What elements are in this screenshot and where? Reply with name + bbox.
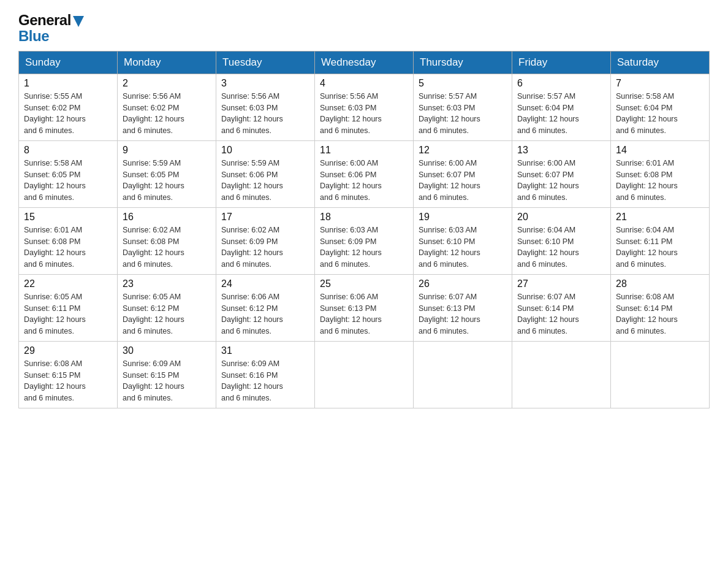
calendar-week-4: 22 Sunrise: 6:05 AM Sunset: 6:11 PM Dayl…: [19, 274, 710, 341]
day-header-sunday: Sunday: [19, 51, 118, 74]
calendar-week-3: 15 Sunrise: 6:01 AM Sunset: 6:08 PM Dayl…: [19, 207, 710, 274]
day-info: Sunrise: 5:57 AM Sunset: 6:03 PM Dayligh…: [419, 91, 507, 137]
day-number: 20: [517, 212, 605, 223]
calendar-week-2: 8 Sunrise: 5:58 AM Sunset: 6:05 PM Dayli…: [19, 140, 710, 207]
day-number: 10: [221, 145, 309, 156]
day-number: 6: [517, 78, 605, 89]
day-number: 7: [616, 78, 704, 89]
day-info: Sunrise: 5:56 AM Sunset: 6:03 PM Dayligh…: [221, 91, 309, 137]
day-number: 14: [616, 145, 704, 156]
day-info: Sunrise: 6:03 AM Sunset: 6:09 PM Dayligh…: [320, 224, 408, 270]
logo: General Blue: [18, 12, 84, 45]
calendar-cell: 28 Sunrise: 6:08 AM Sunset: 6:14 PM Dayl…: [611, 274, 710, 341]
day-number: 1: [24, 78, 112, 89]
calendar-cell: [315, 341, 414, 408]
day-info: Sunrise: 6:03 AM Sunset: 6:10 PM Dayligh…: [419, 224, 507, 270]
day-number: 24: [221, 278, 309, 289]
day-number: 17: [221, 212, 309, 223]
calendar-week-1: 1 Sunrise: 5:55 AM Sunset: 6:02 PM Dayli…: [19, 74, 710, 140]
day-info: Sunrise: 5:58 AM Sunset: 6:04 PM Dayligh…: [616, 91, 704, 137]
logo-general: General: [18, 12, 84, 28]
day-number: 9: [123, 145, 211, 156]
day-header-tuesday: Tuesday: [216, 51, 315, 74]
calendar-cell: 10 Sunrise: 5:59 AM Sunset: 6:06 PM Dayl…: [216, 140, 315, 207]
calendar-cell: [611, 341, 710, 408]
calendar-cell: 1 Sunrise: 5:55 AM Sunset: 6:02 PM Dayli…: [19, 74, 118, 140]
calendar-cell: 22 Sunrise: 6:05 AM Sunset: 6:11 PM Dayl…: [19, 274, 118, 341]
calendar-cell: 4 Sunrise: 5:56 AM Sunset: 6:03 PM Dayli…: [315, 74, 414, 140]
page-header: General Blue: [18, 12, 710, 45]
calendar-cell: 18 Sunrise: 6:03 AM Sunset: 6:09 PM Dayl…: [315, 207, 414, 274]
day-info: Sunrise: 6:04 AM Sunset: 6:11 PM Dayligh…: [616, 224, 704, 270]
day-number: 4: [320, 78, 408, 89]
day-info: Sunrise: 6:00 AM Sunset: 6:07 PM Dayligh…: [517, 158, 605, 204]
day-info: Sunrise: 6:00 AM Sunset: 6:07 PM Dayligh…: [419, 158, 507, 204]
day-number: 23: [123, 278, 211, 289]
day-info: Sunrise: 6:05 AM Sunset: 6:11 PM Dayligh…: [24, 291, 112, 337]
calendar-cell: 25 Sunrise: 6:06 AM Sunset: 6:13 PM Dayl…: [315, 274, 414, 341]
calendar-cell: 8 Sunrise: 5:58 AM Sunset: 6:05 PM Dayli…: [19, 140, 118, 207]
day-number: 11: [320, 145, 408, 156]
calendar-cell: [414, 341, 512, 408]
calendar-cell: 7 Sunrise: 5:58 AM Sunset: 6:04 PM Dayli…: [611, 74, 710, 140]
day-info: Sunrise: 6:04 AM Sunset: 6:10 PM Dayligh…: [517, 224, 605, 270]
calendar-cell: 29 Sunrise: 6:08 AM Sunset: 6:15 PM Dayl…: [19, 341, 118, 408]
day-number: 5: [419, 78, 507, 89]
calendar-cell: 6 Sunrise: 5:57 AM Sunset: 6:04 PM Dayli…: [512, 74, 611, 140]
day-number: 29: [24, 345, 112, 356]
day-info: Sunrise: 5:55 AM Sunset: 6:02 PM Dayligh…: [24, 91, 112, 137]
day-info: Sunrise: 5:59 AM Sunset: 6:05 PM Dayligh…: [123, 158, 211, 204]
day-number: 30: [123, 345, 211, 356]
day-number: 18: [320, 212, 408, 223]
day-number: 28: [616, 278, 704, 289]
day-header-friday: Friday: [512, 51, 611, 74]
day-info: Sunrise: 6:08 AM Sunset: 6:14 PM Dayligh…: [616, 291, 704, 337]
calendar-week-5: 29 Sunrise: 6:08 AM Sunset: 6:15 PM Dayl…: [19, 341, 710, 408]
svg-marker-0: [73, 16, 84, 27]
day-info: Sunrise: 6:07 AM Sunset: 6:14 PM Dayligh…: [517, 291, 605, 337]
day-number: 25: [320, 278, 408, 289]
calendar-table: SundayMondayTuesdayWednesdayThursdayFrid…: [18, 51, 710, 408]
day-info: Sunrise: 5:56 AM Sunset: 6:02 PM Dayligh…: [123, 91, 211, 137]
calendar-cell: 20 Sunrise: 6:04 AM Sunset: 6:10 PM Dayl…: [512, 207, 611, 274]
calendar-cell: 2 Sunrise: 5:56 AM Sunset: 6:02 PM Dayli…: [118, 74, 216, 140]
calendar-cell: 17 Sunrise: 6:02 AM Sunset: 6:09 PM Dayl…: [216, 207, 315, 274]
day-number: 16: [123, 212, 211, 223]
day-number: 31: [221, 345, 309, 356]
day-info: Sunrise: 6:09 AM Sunset: 6:15 PM Dayligh…: [123, 358, 211, 404]
calendar-cell: 16 Sunrise: 6:02 AM Sunset: 6:08 PM Dayl…: [118, 207, 216, 274]
calendar-cell: 30 Sunrise: 6:09 AM Sunset: 6:15 PM Dayl…: [118, 341, 216, 408]
calendar-cell: 12 Sunrise: 6:00 AM Sunset: 6:07 PM Dayl…: [414, 140, 512, 207]
day-header-wednesday: Wednesday: [315, 51, 414, 74]
day-info: Sunrise: 6:06 AM Sunset: 6:13 PM Dayligh…: [320, 291, 408, 337]
calendar-cell: 3 Sunrise: 5:56 AM Sunset: 6:03 PM Dayli…: [216, 74, 315, 140]
day-info: Sunrise: 6:01 AM Sunset: 6:08 PM Dayligh…: [24, 224, 112, 270]
day-info: Sunrise: 6:02 AM Sunset: 6:08 PM Dayligh…: [123, 224, 211, 270]
calendar-cell: [512, 341, 611, 408]
day-number: 15: [24, 212, 112, 223]
calendar-cell: 9 Sunrise: 5:59 AM Sunset: 6:05 PM Dayli…: [118, 140, 216, 207]
calendar-cell: 26 Sunrise: 6:07 AM Sunset: 6:13 PM Dayl…: [414, 274, 512, 341]
logo-blue: Blue: [18, 28, 84, 44]
calendar-cell: 11 Sunrise: 6:00 AM Sunset: 6:06 PM Dayl…: [315, 140, 414, 207]
day-header-monday: Monday: [118, 51, 216, 74]
calendar-cell: 19 Sunrise: 6:03 AM Sunset: 6:10 PM Dayl…: [414, 207, 512, 274]
calendar-cell: 15 Sunrise: 6:01 AM Sunset: 6:08 PM Dayl…: [19, 207, 118, 274]
day-info: Sunrise: 6:05 AM Sunset: 6:12 PM Dayligh…: [123, 291, 211, 337]
day-info: Sunrise: 6:06 AM Sunset: 6:12 PM Dayligh…: [221, 291, 309, 337]
day-number: 22: [24, 278, 112, 289]
day-header-thursday: Thursday: [414, 51, 512, 74]
day-number: 2: [123, 78, 211, 89]
day-number: 19: [419, 212, 507, 223]
calendar-cell: 23 Sunrise: 6:05 AM Sunset: 6:12 PM Dayl…: [118, 274, 216, 341]
day-info: Sunrise: 6:00 AM Sunset: 6:06 PM Dayligh…: [320, 158, 408, 204]
day-number: 21: [616, 212, 704, 223]
day-number: 13: [517, 145, 605, 156]
calendar-cell: 31 Sunrise: 6:09 AM Sunset: 6:16 PM Dayl…: [216, 341, 315, 408]
day-number: 27: [517, 278, 605, 289]
day-number: 26: [419, 278, 507, 289]
day-info: Sunrise: 6:02 AM Sunset: 6:09 PM Dayligh…: [221, 224, 309, 270]
day-info: Sunrise: 6:07 AM Sunset: 6:13 PM Dayligh…: [419, 291, 507, 337]
day-info: Sunrise: 6:08 AM Sunset: 6:15 PM Dayligh…: [24, 358, 112, 404]
calendar-cell: 5 Sunrise: 5:57 AM Sunset: 6:03 PM Dayli…: [414, 74, 512, 140]
